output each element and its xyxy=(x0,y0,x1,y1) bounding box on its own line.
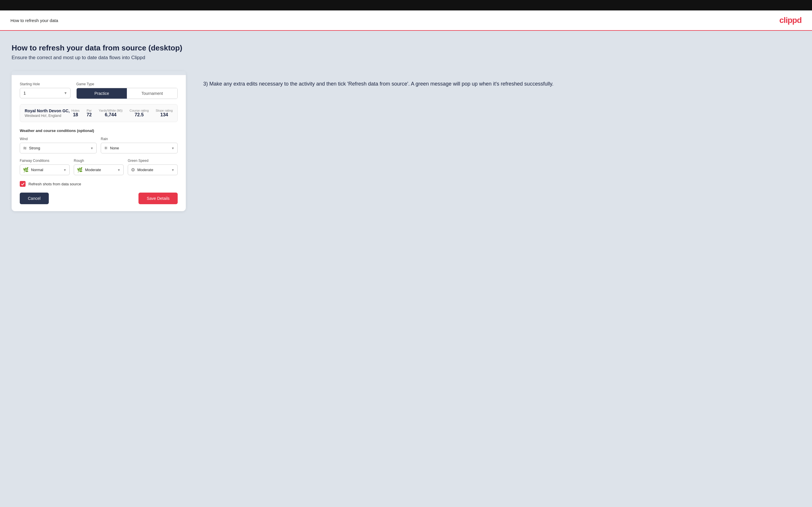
fairway-icon: 🌿 xyxy=(23,167,29,173)
rain-value: None xyxy=(110,146,169,150)
rough-dropdown[interactable]: 🌿 Moderate ▼ xyxy=(74,164,124,175)
starting-hole-label: Starting Hole xyxy=(20,82,70,86)
wind-icon: ≋ xyxy=(23,145,27,151)
form-row-top: Starting Hole 1 10 ▼ Game Type Practice … xyxy=(20,82,178,99)
yards-value: 6,744 xyxy=(99,112,122,117)
green-speed-arrow-icon: ▼ xyxy=(171,168,174,172)
yards-label: Yards/White (M)) xyxy=(99,109,122,112)
starting-hole-group: Starting Hole 1 10 ▼ xyxy=(20,82,70,99)
course-row: Royal North Devon GC, Westward Ho!, Engl… xyxy=(20,104,178,122)
fairway-value: Normal xyxy=(31,168,61,172)
fairway-dropdown[interactable]: 🌿 Normal ▼ xyxy=(20,164,70,175)
game-type-group: Game Type Practice Tournament xyxy=(77,82,178,99)
course-rating-value: 72.5 xyxy=(130,112,149,117)
wind-dropdown[interactable]: ≋ Strong ▼ xyxy=(20,143,97,154)
green-speed-label: Green Speed xyxy=(128,159,178,163)
course-location: Westward Ho!, England xyxy=(25,114,71,118)
conditions-row-2: Fairway Conditions 🌿 Normal ▼ Rough 🌿 Mo… xyxy=(20,159,178,175)
fairway-group: Fairway Conditions 🌿 Normal ▼ xyxy=(20,159,70,175)
starting-hole-select-wrapper[interactable]: 1 10 ▼ xyxy=(20,88,70,98)
slope-rating-value: 134 xyxy=(156,112,173,117)
course-rating-label: Course rating xyxy=(130,109,149,112)
holes-value: 18 xyxy=(71,112,80,117)
practice-button[interactable]: Practice xyxy=(77,88,127,99)
rough-label: Rough xyxy=(74,159,124,163)
par-label: Par xyxy=(87,109,92,112)
refresh-checkbox-row[interactable]: Refresh shots from data source xyxy=(20,181,178,187)
slope-rating-label: Slope rating xyxy=(156,109,173,112)
wind-label: Wind xyxy=(20,137,97,141)
btn-row: Cancel Save Details xyxy=(20,192,178,204)
rain-group: Rain ✳ None ▼ xyxy=(101,137,178,154)
header-title: How to refresh your data xyxy=(10,18,58,23)
save-button[interactable]: Save Details xyxy=(139,192,178,204)
main-content: How to refresh your data from source (de… xyxy=(0,31,812,507)
wind-value: Strong xyxy=(29,146,88,150)
fairway-label: Fairway Conditions xyxy=(20,159,70,163)
game-type-label: Game Type xyxy=(77,82,178,86)
rough-value: Moderate xyxy=(85,168,115,172)
refresh-checkbox[interactable] xyxy=(20,181,26,187)
wind-group: Wind ≋ Strong ▼ xyxy=(20,137,97,154)
course-rating-stat: Course rating 72.5 xyxy=(130,109,149,117)
rough-group: Rough 🌿 Moderate ▼ xyxy=(74,159,124,175)
cancel-button[interactable]: Cancel xyxy=(20,192,49,204)
green-speed-group: Green Speed ⚙ Moderate ▼ xyxy=(128,159,178,175)
page-heading: How to refresh your data from source (de… xyxy=(12,44,800,53)
par-value: 72 xyxy=(87,112,92,117)
logo: clippd xyxy=(779,16,802,25)
starting-hole-select[interactable]: 1 10 xyxy=(20,88,70,98)
holes-stat: Holes 18 xyxy=(71,109,80,117)
course-name: Royal North Devon GC, xyxy=(25,109,71,113)
page-header: How to refresh your data clippd xyxy=(0,10,812,31)
holes-label: Holes xyxy=(71,109,80,112)
rough-icon: 🌿 xyxy=(77,167,83,173)
yards-stat: Yards/White (M)) 6,744 xyxy=(99,109,122,117)
rain-arrow-icon: ▼ xyxy=(171,147,174,150)
card-top-stub xyxy=(12,71,186,75)
par-stat: Par 72 xyxy=(87,109,92,117)
rain-icon: ✳ xyxy=(104,145,108,151)
fairway-arrow-icon: ▼ xyxy=(63,168,66,172)
conditions-section-label: Weather and course conditions (optional) xyxy=(20,128,178,133)
slope-rating-stat: Slope rating 134 xyxy=(156,109,173,117)
checkmark-icon xyxy=(21,182,25,186)
refresh-label: Refresh shots from data source xyxy=(29,182,81,186)
rain-dropdown[interactable]: ✳ None ▼ xyxy=(101,143,178,154)
side-instruction: 3) Make any extra edits necessary to the… xyxy=(203,80,800,89)
side-text: 3) Make any extra edits necessary to the… xyxy=(203,71,800,89)
green-speed-value: Moderate xyxy=(137,168,169,172)
content-layout: Starting Hole 1 10 ▼ Game Type Practice … xyxy=(12,71,800,211)
rough-arrow-icon: ▼ xyxy=(117,168,120,172)
page-subheading: Ensure the correct and most up to date d… xyxy=(12,55,800,61)
green-speed-icon: ⚙ xyxy=(131,167,135,173)
rain-label: Rain xyxy=(101,137,178,141)
form-card: Starting Hole 1 10 ▼ Game Type Practice … xyxy=(12,71,186,211)
green-speed-dropdown[interactable]: ⚙ Moderate ▼ xyxy=(128,164,178,175)
game-type-toggle: Practice Tournament xyxy=(77,88,178,99)
conditions-row-1: Wind ≋ Strong ▼ Rain ✳ None ▼ xyxy=(20,137,178,154)
wind-arrow-icon: ▼ xyxy=(90,147,94,150)
course-stats: Holes 18 Par 72 Yards/White (M)) 6,744 C… xyxy=(71,109,173,117)
course-info: Royal North Devon GC, Westward Ho!, Engl… xyxy=(25,109,71,118)
tournament-button[interactable]: Tournament xyxy=(127,88,177,99)
